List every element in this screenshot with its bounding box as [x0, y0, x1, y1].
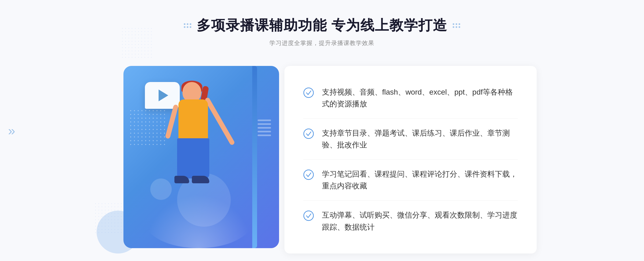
- check-icon-3: [303, 169, 314, 180]
- person-shoe-right: [192, 176, 209, 183]
- check-icon-2: [303, 128, 314, 139]
- decorator-dots-right: [453, 23, 460, 28]
- feature-text-3: 学习笔记回看、课程提问、课程评论打分、课件资料下载，重点内容收藏: [322, 168, 518, 192]
- header-section: 多项录播课辅助功能 专为线上教学打造 学习进度全掌握，提升录播课教学效果: [184, 0, 460, 47]
- main-title: 多项录播课辅助功能 专为线上教学打造: [197, 16, 447, 35]
- person-arm-left: [165, 104, 179, 139]
- divider-2: [303, 159, 518, 160]
- stripes-decoration: [258, 120, 274, 146]
- left-nav-arrow[interactable]: »: [8, 123, 15, 138]
- feature-text-1: 支持视频、音频、flash、word、excel、ppt、pdf等各种格式的资源…: [322, 86, 518, 110]
- divider-1: [303, 118, 518, 119]
- svg-point-3: [304, 211, 313, 221]
- feature-item-2: 支持章节目录、弹题考试、课后练习、课后作业、章节测验、批改作业: [303, 122, 518, 157]
- check-icon-4: [303, 210, 314, 221]
- person-arm-right: [204, 97, 235, 146]
- svg-point-0: [304, 88, 313, 98]
- accent-bar: [252, 66, 257, 248]
- main-content: 支持视频、音频、flash、word、excel、ppt、pdf等各种格式的资源…: [107, 61, 537, 259]
- features-area: 支持视频、音频、flash、word、excel、ppt、pdf等各种格式的资源…: [284, 66, 537, 253]
- feature-item-3: 学习笔记回看、课程提问、课程评论打分、课件资料下载，重点内容收藏: [303, 163, 518, 198]
- feature-text-4: 互动弹幕、试听购买、微信分享、观看次数限制、学习进度跟踪、数据统计: [322, 209, 518, 233]
- person-shoe-left: [174, 176, 189, 183]
- illustration-area: [107, 61, 290, 259]
- check-icon-1: [303, 87, 314, 98]
- page-container: » 多项录播课辅助功能 专为线上教学打造 学习进度全掌握，提升录播课教学效果: [0, 0, 644, 261]
- decorator-dots-left: [184, 23, 191, 28]
- person-pants: [177, 138, 209, 178]
- person-body: [178, 99, 208, 142]
- subtitle: 学习进度全掌握，提升录播课教学效果: [184, 39, 460, 47]
- feature-item-1: 支持视频、音频、flash、word、excel、ppt、pdf等各种格式的资源…: [303, 81, 518, 116]
- svg-point-2: [304, 170, 313, 180]
- divider-3: [303, 200, 518, 201]
- svg-point-1: [304, 129, 313, 139]
- feature-item-4: 互动弹幕、试听购买、微信分享、观看次数限制、学习进度跟踪、数据统计: [303, 204, 518, 239]
- dots-decoration-top-left: [121, 27, 153, 59]
- person-head: [182, 82, 201, 102]
- feature-text-2: 支持章节目录、弹题考试、课后练习、课后作业、章节测验、批改作业: [322, 127, 518, 151]
- header-decorators: 多项录播课辅助功能 专为线上教学打造: [184, 16, 460, 35]
- person-figure: [150, 82, 258, 248]
